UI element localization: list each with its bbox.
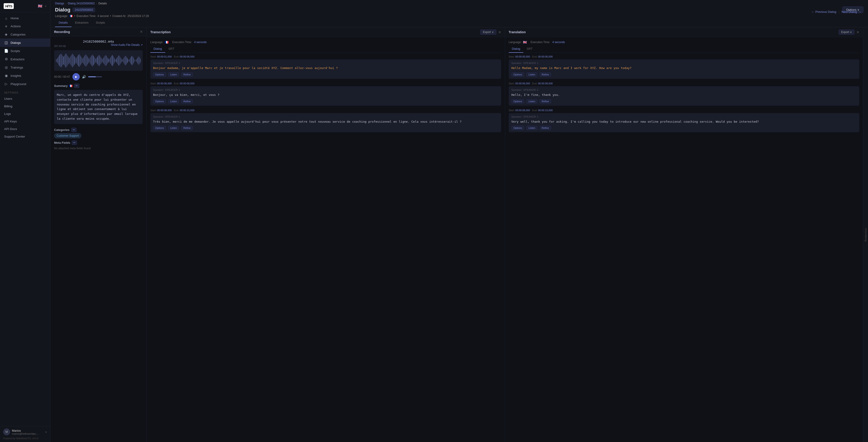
chevron-down-icon[interactable]: ∨ [45,5,46,7]
category-tag[interactable]: Customer Support [54,133,81,138]
sidebar-item-api-keys[interactable]: API Keys [0,118,50,125]
segment-listen-button[interactable]: Listen [526,126,537,130]
sidebar-item-trainings[interactable]: ◎ Trainings [0,63,50,71]
speaker-label: Speaker: SPEAKER 1 [512,62,857,64]
volume-icon: 🔊 [82,75,86,79]
segment-refine-button[interactable]: Refine [181,72,193,77]
categories-edit-button[interactable]: ✏ [71,128,76,132]
segment-text: Très bien, merci de me demander. Je vous… [153,119,498,124]
tab-details[interactable]: Details [55,20,71,27]
waveform [54,50,143,71]
home-icon: ⌂ [4,16,8,20]
volume-slider[interactable] [88,76,102,77]
breadcrumb-dialog-id[interactable]: Dialog 241025000002 [68,2,95,5]
show-audio-link[interactable]: Show Audio File Details ↗ [111,43,143,47]
segment-refine-button[interactable]: Refine [181,99,193,104]
segment-refine-button[interactable]: Refine [539,99,551,104]
main-content: Dialogs › Dialog 241025000002 › Details … [51,0,868,442]
user-email: marios@helloworldpc.... [12,432,43,435]
recording-panel-header: Recording ✕ [51,27,147,36]
transcription-segment-2: Start: 00:00:06,000 End: 00:00:08,000 Sp… [150,82,501,106]
segment-options-button[interactable]: Options [512,126,524,130]
user-name: Marios [12,429,43,432]
tab-extractors[interactable]: Extractors [71,20,92,27]
segment-actions: Options Listen Refine [153,126,498,130]
speaker-label: Speaker: SPEAKER 2 [153,88,498,91]
sidebar-item-actions[interactable]: ≡ Actions [0,22,50,30]
transcription-lang-label: Language: [150,40,163,44]
lang-flag[interactable]: 🇬🇧 [38,4,42,8]
translation-tab-dialog[interactable]: Dialog [509,46,524,53]
segment-options-button[interactable]: Options [512,99,524,104]
segment-listen-button[interactable]: Listen [526,99,537,104]
segment-refine-button[interactable]: Refine [539,72,551,77]
transcription-segment-1: Start: 00:00:01,000 End: 00:00:06,000 Sp… [150,55,501,79]
meta-fields-edit-button[interactable]: ✏ [72,141,77,145]
translation-lang-row: Language: 🇬🇧 Execution Time: 4 seconds [509,40,860,44]
play-button[interactable]: ▶ [72,73,80,81]
sidebar-item-home[interactable]: ⌂ Home [0,14,50,22]
meta-exec-time: 4 second [97,14,108,18]
user-row[interactable]: M Marios marios@helloworldpc.... ∨ [3,429,47,435]
previous-dialog-button[interactable]: ← Previous Dialog [809,9,838,14]
content-area: Recording ✕ 241025000002.m4a 397.69 KB S… [51,27,868,442]
segment-listen-button[interactable]: Listen [168,72,179,77]
sidebar-item-dialogs[interactable]: ◫ Dialogs [0,38,50,47]
side-collapse-panel[interactable]: Redaction [863,27,868,442]
transcription-segment-3: Start: 00:00:08,000 End: 00:00:15,000 Sp… [150,109,501,132]
sidebar-item-categories[interactable]: ◈ Categories [0,30,50,38]
speaker-label: Speaker: SPEAKER 1 [512,115,857,118]
segment-box: Speaker: SPEAKER 1 Very well, thank you … [509,113,860,132]
segment-listen-button[interactable]: Listen [526,72,537,77]
translation-lang-flag: 🇬🇧 [523,40,527,44]
sidebar-item-billing[interactable]: Billing [0,102,50,110]
transcription-lang-row: Language: 🇫🇷 Execution Time: 4 seconds [150,40,501,44]
transcription-export-button[interactable]: Export ∨ [480,30,496,35]
translation-tab-srt[interactable]: SRT [523,46,536,53]
tab-scripts[interactable]: Scripts [92,20,108,27]
main-tabs: Details Extractors Scripts [55,20,863,27]
recording-panel-body: 241025000002.m4a 397.69 KB Show Audio Fi… [51,36,147,442]
segment-refine-button[interactable]: Refine [539,126,551,130]
next-dialog-button[interactable]: Next Dialog → [839,9,863,14]
segment-refine-button[interactable]: Refine [181,126,193,130]
logo: H/TS [4,3,14,9]
sidebar-item-support[interactable]: Support Center [0,133,50,140]
summary-edit-button[interactable]: ✏ [74,84,79,88]
sidebar-item-api-docs[interactable]: API Docs [0,125,50,133]
sidebar-item-label: Playground [10,82,26,86]
user-info: Marios marios@helloworldpc.... [12,429,43,435]
segment-options-button[interactable]: Options [512,72,524,77]
segment-actions: Options Listen Refine [512,126,857,130]
recording-panel: Recording ✕ 241025000002.m4a 397.69 KB S… [51,27,147,442]
sidebar-item-insights[interactable]: ◉ Insights [0,71,50,80]
segment-text: Bonjour madame, je m'appelle Marc et je … [153,66,498,70]
transcription-tab-srt[interactable]: SRT [165,46,178,53]
segment-listen-button[interactable]: Listen [168,99,179,104]
segment-options-button[interactable]: Options [153,72,166,77]
transcription-tab-dialog[interactable]: Dialog [150,46,165,53]
sidebar-item-extractors[interactable]: ⚙ Extractors [0,55,50,63]
translation-export-button[interactable]: Export ∨ [839,30,855,35]
sidebar-item-scripts[interactable]: 📄 Scripts [0,47,50,55]
sidebar-item-playground[interactable]: ▷ Playground [0,80,50,88]
transcription-panel-title: Transcription [150,30,171,34]
sidebar-item-logs[interactable]: Logs [0,110,50,118]
recording-panel-close-icon[interactable]: ✕ [140,30,143,34]
meta-lang-label: Language: [55,14,68,18]
actions-icon: ≡ [4,24,8,28]
collapse-label: Redaction [864,228,867,241]
segment-options-button[interactable]: Options [153,126,166,130]
transcription-panel-close-icon[interactable]: ✕ [498,30,501,34]
user-chevron-icon[interactable]: ∨ [45,431,47,434]
segment-listen-button[interactable]: Listen [168,126,179,130]
summary-text: Marc, un agent du centre d'appels de XYZ… [54,90,143,124]
sidebar-item-label: Actions [10,25,21,28]
segment-box: Speaker: SPEAKER 1 Bonjour madame, je m'… [150,59,501,79]
sidebar-item-users[interactable]: Users [0,95,50,102]
meta-exec-label: Execution Time: [76,14,96,18]
translation-panel-close-icon[interactable]: ✕ [856,30,859,34]
breadcrumb-dialogs[interactable]: Dialogs [55,2,64,5]
translation-exec-label: Execution Time: [530,40,550,44]
segment-options-button[interactable]: Options [153,99,166,104]
